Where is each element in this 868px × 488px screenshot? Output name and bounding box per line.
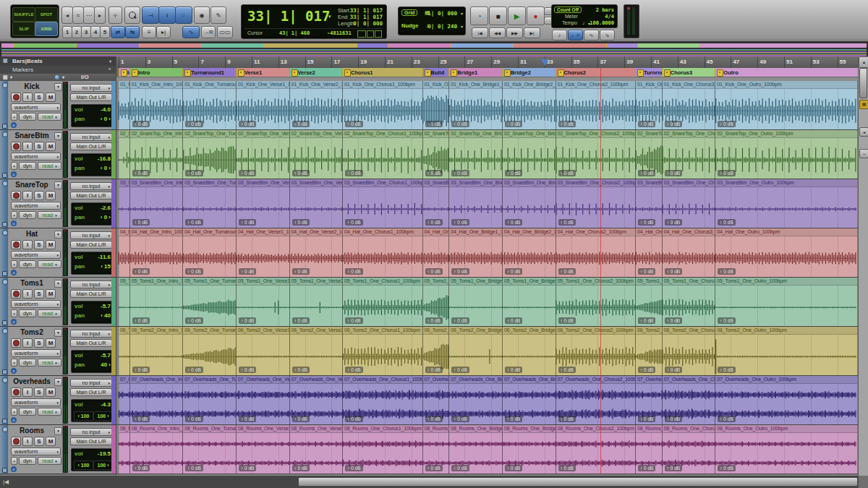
dyn-button[interactable]: dyn: [19, 113, 36, 121]
audio-region[interactable]: 06_Toms2_One_Verse1_100bpm↑ 0 dB: [236, 327, 289, 375]
audio-region[interactable]: 01_Kick_One_Verse2_100bpm↑ 0 dB: [289, 81, 343, 129]
length-value[interactable]: 0| 0| 000: [353, 20, 383, 27]
clip-gain-badge[interactable]: ↑ 0 dB: [665, 367, 682, 373]
pan-value[interactable]: ‹ 15: [101, 263, 111, 270]
marker-section-intro[interactable]: Intro: [129, 68, 184, 77]
meter-value[interactable]: 4/4: [605, 14, 614, 20]
input-monitor-button[interactable]: I: [22, 437, 33, 446]
track-select-strip[interactable]: [1, 278, 8, 326]
stop-button[interactable]: ■: [489, 7, 507, 25]
track-options-icon[interactable]: ▾: [54, 378, 62, 386]
insertion-follows-button[interactable]: ≡: [142, 26, 156, 38]
audio-region[interactable]: 05_Toms1_One_Turnrnd2_100bpm↑ 0 dB: [635, 278, 662, 326]
automation-follows-icon[interactable]: o: [11, 319, 17, 325]
bars-beats-ruler-row[interactable]: ▦ Bars|Beats ▾: [0, 56, 116, 67]
track-select-strip[interactable]: [1, 130, 8, 179]
audio-region[interactable]: 02_SnareTop_One_Intro_100bpm↑ 0 dB: [129, 130, 183, 179]
audio-region[interactable]: 04_Hat_One_Intro_100bpm↑ 0 dB: [129, 228, 183, 277]
record-enable-button[interactable]: [11, 191, 21, 200]
clip-gain-badge[interactable]: ↑ 0 dB: [505, 170, 522, 176]
audio-region[interactable]: 05_Toms1_One_Verse2_100bpm↑ 0 dB: [289, 278, 343, 326]
clip-gain-badge[interactable]: ↑ 0 dB: [505, 416, 522, 422]
automation-mode-button[interactable]: read▾: [38, 211, 61, 219]
clip-gain-badge[interactable]: ↑ 0 dB: [132, 416, 150, 422]
clip-gain-badge[interactable]: ↑ 0 dB: [425, 367, 443, 373]
clip-gain-badge[interactable]: ↑ 0 dB: [292, 121, 310, 127]
track-select-strip[interactable]: [1, 228, 8, 277]
clip-gain-badge[interactable]: ↑ 0 dB: [665, 219, 682, 226]
audio-region[interactable]: 06_Toms2_One_Chorus3_100bpm↑ 0 dB: [662, 327, 715, 375]
marker-section-chorus2[interactable]: Chorus2: [556, 68, 636, 77]
nudge-dropdown-icon[interactable]: ▾: [461, 24, 463, 29]
elastic-audio-button[interactable]: ▪: [11, 309, 17, 317]
edit-group-icon[interactable]: [55, 75, 59, 80]
audio-region[interactable]: 07_Overheads_One_Bridge2_100bpm↑ 0 dB: [502, 376, 556, 424]
midi-merge-button[interactable]: ⇘: [600, 30, 615, 40]
clip-gain-badge[interactable]: ↑ 0 dB: [505, 219, 522, 226]
clip-gain-badge[interactable]: ↑ 0 dB: [638, 219, 655, 226]
audio-region[interactable]: 04_Hat_One_Outro_100bpm↑ 0 dB: [715, 228, 857, 277]
tempo-note-icon[interactable]: ♩: [582, 20, 588, 26]
record-enable-button[interactable]: [11, 437, 21, 446]
audio-region[interactable]: 08_Rooms_One_Verse2_100bpm↑ 0 dB: [289, 425, 343, 474]
track-select-strip[interactable]: [1, 179, 8, 228]
audio-region[interactable]: 08_Rooms_One_Chorus3_100bpm↑ 0 dB: [662, 425, 715, 474]
marker-section-chorus1[interactable]: Chorus1: [342, 68, 422, 77]
clip-gain-badge[interactable]: ↑ 0 dB: [185, 416, 203, 422]
marker-flag-icon[interactable]: [344, 69, 351, 77]
audio-region[interactable]: 04_Hat_One_Bridge1_100bpm↑ 0 dB: [448, 228, 502, 277]
audio-region[interactable]: 06_Toms2_One_Build_100bpm↑ 0 dB: [422, 327, 449, 375]
clip-gain-badge[interactable]: ↑ 0 dB: [345, 170, 362, 176]
audio-region[interactable]: 07_Overheads_One_Chorus1_100bpm↑ 0 dB: [342, 376, 422, 424]
audio-region[interactable]: 02_SnareTop_One_Chorus1_100bpm↑ 0 dB: [342, 130, 422, 179]
pan-right-value[interactable]: 100 ›: [93, 461, 113, 470]
clip-gain-badge[interactable]: ↑ 0 dB: [132, 465, 150, 471]
audio-region[interactable]: 03_SnareBtm_One_Verse2_100bpm↑ 0 dB: [289, 179, 343, 228]
clip-gain-badge[interactable]: ↑ 0 dB: [558, 317, 576, 324]
input-monitor-button[interactable]: I: [22, 388, 33, 397]
clip-gain-badge[interactable]: ↑ 0 dB: [239, 268, 256, 275]
audio-region[interactable]: 04_Hat_One_Verse2_100bpm↑ 0 dB: [289, 228, 343, 277]
clip-gain-badge[interactable]: ↑ 0 dB: [558, 170, 576, 176]
marker-flag-icon[interactable]: [664, 69, 671, 77]
audio-region[interactable]: 08_Rooms_One_Turnaround1_100bpm↑ 0 dB: [182, 425, 236, 474]
output-selector[interactable]: Main Out L/R: [70, 93, 112, 101]
audio-region[interactable]: 03_SnareBtm_One_Bridge2_100bpm↑ 0 dB: [502, 179, 556, 228]
clip-gain-badge[interactable]: ↑ 0 dB: [425, 465, 443, 471]
clip-gain-badge[interactable]: ↑ 0 dB: [345, 416, 362, 422]
track-select-strip[interactable]: [1, 81, 8, 129]
marker-flag-icon[interactable]: [132, 69, 138, 77]
audio-region[interactable]: 02_SnareTop_One_Outro_100bpm↑ 0 dB: [715, 130, 857, 179]
audio-region[interactable]: 04_Hat_One_Chorus2_100bpm↑ 0 dB: [556, 228, 635, 277]
track-view-selector[interactable]: waveform▾: [11, 300, 61, 308]
audio-region[interactable]: 07_Overheads_One_Turnrnd2_100bpm↑ 0 dB: [635, 376, 662, 424]
clip-gain-badge[interactable]: ↑ 0 dB: [451, 465, 469, 471]
mute-button[interactable]: M: [46, 191, 56, 200]
track-name[interactable]: Toms1: [10, 279, 54, 287]
automation-mode-button[interactable]: read▾: [38, 260, 61, 268]
shuffle-mode-button[interactable]: SHUFFLE: [12, 7, 35, 22]
clip-gain-badge[interactable]: ↑ 0 dB: [292, 317, 310, 324]
conductor-button[interactable]: ♩=: [568, 30, 583, 40]
volume-value[interactable]: -5.7: [101, 352, 111, 359]
audio-region[interactable]: 03_SnareBtm_One_Bridge1_100bpm↑ 0 dB: [448, 179, 502, 228]
clip-gain-badge[interactable]: ↑ 0 dB: [185, 170, 203, 176]
record-enable-button[interactable]: [11, 93, 21, 102]
audio-region[interactable]: 03_SnareBtm_One_Turnaround1_100bpm↑ 0 dB: [182, 179, 236, 228]
tab-to-transient-button[interactable]: ▸|: [156, 26, 171, 38]
audio-region[interactable]: 01_Kick_One_Turnrnd2_100bpm↑ 0 dB: [635, 81, 662, 129]
volume-value[interactable]: -11.6: [98, 254, 111, 260]
input-monitor-button[interactable]: I: [22, 191, 33, 200]
marker-flag-icon[interactable]: [637, 69, 644, 77]
zoom-preset-3-button[interactable]: 3: [81, 26, 91, 38]
audio-region[interactable]: 02_SnareTop_One_Build_100bpm↑ 0 dB: [422, 130, 449, 179]
track-options-icon[interactable]: ▾: [54, 181, 62, 189]
clip-gain-badge[interactable]: ↑ 0 dB: [505, 121, 522, 127]
solo-button[interactable]: S: [34, 338, 44, 348]
trim-tool-button[interactable]: ⊣: [142, 7, 159, 24]
audio-region[interactable]: 02_SnareTop_One_Verse1_100bpm↑ 0 dB: [236, 130, 289, 179]
clip-gain-badge[interactable]: ↑ 0 dB: [425, 219, 443, 226]
audio-region[interactable]: 02_SnareTop_One_InFl_100bpm: [119, 130, 129, 179]
clip-gain-badge[interactable]: ↑ 0 dB: [239, 121, 256, 127]
slip-mode-button[interactable]: SLIP: [12, 22, 35, 36]
